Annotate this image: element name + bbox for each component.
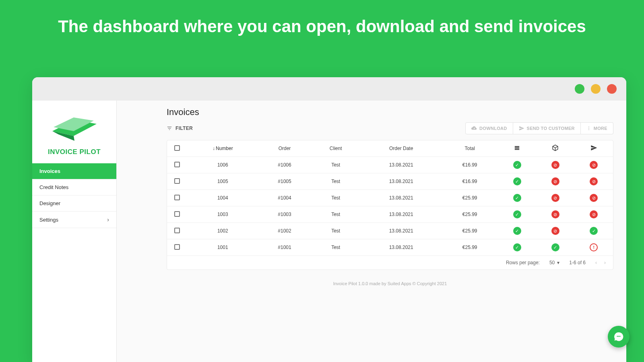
svg-point-0 [588,127,589,128]
status-no-icon: ⊘ [590,210,598,218]
cell-number: 1004 [187,190,258,206]
row-checkbox[interactable] [174,178,180,184]
window-titlebar [32,77,626,101]
cell-client: Test [311,190,361,206]
cell-number: 1001 [187,239,258,256]
col-client[interactable]: Client [311,140,361,157]
col-number[interactable]: ↓Number [187,140,258,157]
sidebar-item-settings[interactable]: Settings› [32,212,116,228]
cell-date: 13.08.2021 [361,157,442,173]
rows-per-page-label: Rows per page: [506,260,540,265]
cell-total: €16.99 [442,173,498,190]
sidebar-item-invoices[interactable]: Invoices [32,163,116,179]
prev-page-button[interactable]: ‹ [595,260,597,265]
cell-client: Test [311,206,361,223]
cell-sent: ⊘ [575,173,613,190]
cell-sent: ⊘ [575,206,613,223]
cell-total: €25.99 [442,239,498,256]
table-row[interactable]: 1005#1005Test13.08.2021€16.99✓⊘⊘ [167,173,613,190]
next-page-button[interactable]: › [604,260,606,265]
sidebar-item-label: Credit Notes [39,184,68,190]
logo-icon [48,112,101,144]
status-no-icon: ⊘ [590,177,598,185]
cell-fulfilled: ⊘ [536,223,574,239]
chevron-right-icon: › [107,216,109,223]
cell-total: €25.99 [442,223,498,239]
cell-fulfilled: ✓ [536,239,574,256]
table-header-row: ↓Number Order Client Order Date Total [167,140,613,157]
toolbar: FILTER DOWNLOAD SEND TO CUSTOMER MORE [167,122,613,134]
chat-fab[interactable] [608,326,630,348]
app-window: INVOICE PILOT InvoicesCredit NotesDesign… [32,77,626,362]
cell-date: 13.08.2021 [361,206,442,223]
cell-number: 1005 [187,173,258,190]
invoice-table: ↓Number Order Client Order Date Total 10… [167,140,613,270]
table-row[interactable]: 1003#1003Test13.08.2021€25.99✓⊘⊘ [167,206,613,223]
pagination: Rows per page: 50 ▾ 1-6 of 6 ‹ › [167,256,613,269]
col-total[interactable]: Total [442,140,498,157]
status-ok-icon: ✓ [513,227,521,235]
row-checkbox[interactable] [174,162,180,167]
cell-date: 13.08.2021 [361,173,442,190]
cell-date: 13.08.2021 [361,223,442,239]
sidebar-item-credit-notes[interactable]: Credit Notes [32,179,116,195]
cell-client: Test [311,173,361,190]
cell-order: #1004 [258,190,311,206]
cell-total: €25.99 [442,206,498,223]
send-label: SEND TO CUSTOMER [527,126,575,131]
row-checkbox[interactable] [174,244,180,250]
cell-paid: ✓ [498,223,536,239]
cell-paid: ✓ [498,190,536,206]
table-row[interactable]: 1001#1001Test13.08.2021€25.99✓✓! [167,239,613,256]
cell-order: #1006 [258,157,311,173]
window-dot-green [575,84,584,94]
status-no-icon: ⊘ [551,210,559,218]
col-order-date[interactable]: Order Date [361,140,442,157]
download-icon [471,125,477,131]
chat-icon [613,331,624,342]
row-checkbox[interactable] [174,195,180,200]
row-checkbox[interactable] [174,211,180,217]
download-button[interactable]: DOWNLOAD [465,122,513,134]
table-row[interactable]: 1006#1006Test13.08.2021€16.99✓⊘⊘ [167,157,613,173]
select-all-checkbox[interactable] [174,145,180,151]
status-no-icon: ⊘ [551,161,559,169]
status-warn-icon: ! [590,243,598,251]
sidebar-item-label: Invoices [39,168,60,174]
col-order[interactable]: Order [258,140,311,157]
status-no-icon: ⊘ [590,194,598,202]
cell-client: Test [311,239,361,256]
cell-order: #1005 [258,173,311,190]
cell-number: 1006 [187,157,258,173]
cell-fulfilled: ⊘ [536,190,574,206]
more-icon [586,126,591,131]
cell-client: Test [311,157,361,173]
status-ok-icon: ✓ [551,243,559,251]
cell-number: 1002 [187,223,258,239]
cell-paid: ✓ [498,157,536,173]
rows-per-page-select[interactable]: 50 ▾ [549,260,559,265]
logo: INVOICE PILOT [32,101,116,163]
page-range: 1-6 of 6 [569,260,586,265]
col-sent-icon [575,140,613,157]
cell-sent: ! [575,239,613,256]
cell-paid: ✓ [498,173,536,190]
window-dot-red [607,84,617,94]
filter-icon [167,125,172,131]
more-button[interactable]: MORE [581,122,613,134]
cell-order: #1001 [258,239,311,256]
sidebar-item-designer[interactable]: Designer [32,195,116,212]
filter-button[interactable]: FILTER [167,125,193,131]
cell-sent: ⊘ [575,190,613,206]
status-ok-icon: ✓ [513,161,521,169]
dropdown-icon: ▾ [557,260,559,265]
sidebar: INVOICE PILOT InvoicesCredit NotesDesign… [32,101,117,362]
table-row[interactable]: 1002#1002Test13.08.2021€25.99✓⊘✓ [167,223,613,239]
cell-total: €25.99 [442,190,498,206]
cell-paid: ✓ [498,206,536,223]
send-button[interactable]: SEND TO CUSTOMER [513,122,581,134]
action-group: DOWNLOAD SEND TO CUSTOMER MORE [465,122,613,134]
row-checkbox[interactable] [174,228,180,233]
cell-date: 13.08.2021 [361,239,442,256]
table-row[interactable]: 1004#1004Test13.08.2021€25.99✓⊘⊘ [167,190,613,206]
